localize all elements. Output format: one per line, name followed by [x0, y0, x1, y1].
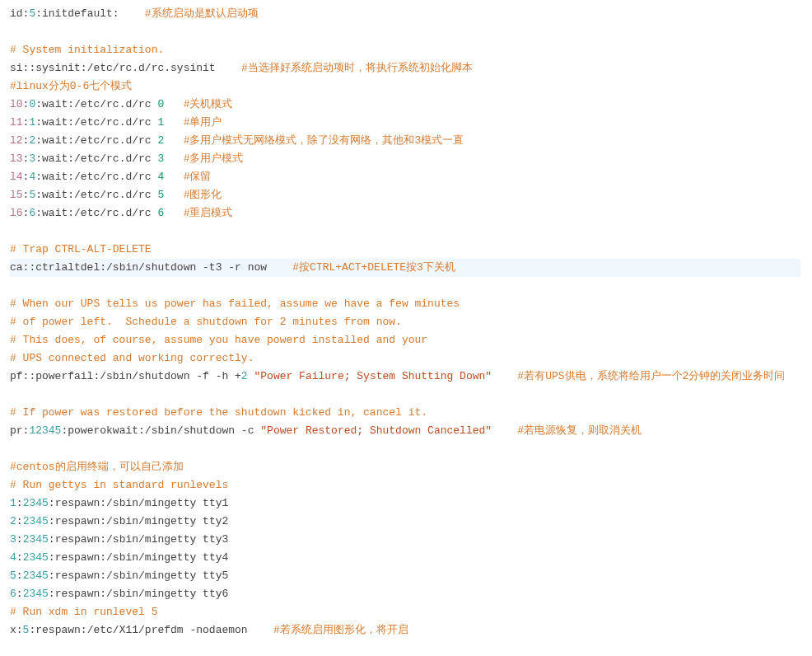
runlevel-num: 3 [157, 152, 164, 165]
code-line: # This does, of course, assume you have … [10, 331, 800, 349]
path: :wait:/etc/rc.d/rc [35, 116, 157, 129]
comment: # UPS connected and working correctly. [10, 352, 254, 364]
level-num: 3 [10, 533, 16, 546]
prefix: si::sysinit: [10, 62, 87, 74]
code-line: 4:2345:respawn:/sbin/mingetty tty4 [10, 549, 800, 567]
comment: #多用户模式 [184, 152, 244, 165]
prefix: id: [10, 7, 29, 20]
comment: # Run xdm in runlevel 5 [10, 606, 157, 618]
comment: # Run gettys in standard runlevels [10, 479, 228, 491]
level-num: 6 [10, 588, 16, 600]
comment: #保留 [184, 171, 212, 183]
runlevel-num: 4 [157, 171, 164, 183]
sep: : [16, 533, 23, 546]
path: :respawn:/sbin/mingetty tty2 [49, 515, 228, 527]
level-id: l1 [10, 116, 23, 129]
code-line: ca::ctrlaltdel:/sbin/shutdown -t3 -r now… [10, 259, 800, 277]
code-line: 2:2345:respawn:/sbin/mingetty tty2 [10, 513, 800, 531]
comment: #重启模式 [184, 207, 233, 219]
code-line: # Run gettys in standard runlevels [10, 476, 800, 494]
comment: # System initialization. [10, 44, 164, 56]
code-line: 3:2345:respawn:/sbin/mingetty tty3 [10, 531, 800, 549]
comment: #若电源恢复，则取消关机 [517, 424, 642, 437]
comment: #系统启动是默认启动项 [145, 7, 259, 20]
code-line [10, 386, 800, 404]
code-line: # When our UPS tells us power has failed… [10, 295, 800, 313]
level-id: l4 [10, 171, 23, 183]
comment: #若系统启用图形化，将开启 [273, 624, 408, 636]
code-line: # Trap CTRL-ALT-DELETE [10, 241, 800, 259]
sep: : [16, 497, 23, 509]
path: /sbin/shutdown -t3 -r now [106, 261, 267, 274]
code-line: l0:0:wait:/etc/rc.d/rc 0 #关机模式 [10, 96, 800, 114]
code-line [10, 23, 800, 41]
path: :respawn:/sbin/mingetty tty3 [49, 533, 228, 546]
path: :wait:/etc/rc.d/rc [35, 98, 157, 110]
code-line: # If power was restored before the shutd… [10, 404, 800, 422]
level-num: 2 [10, 515, 16, 527]
level-id: l3 [10, 152, 23, 165]
level-id: l0 [10, 98, 23, 110]
code-line: l1:1:wait:/etc/rc.d/rc 1 #单用户 [10, 114, 800, 132]
path: :respawn:/sbin/mingetty tty1 [49, 497, 228, 509]
comment: #linux分为0-6七个模式 [10, 80, 132, 92]
num: 2345 [23, 588, 49, 600]
num: 2345 [23, 497, 49, 509]
runlevel-num: 0 [157, 98, 164, 110]
code-line: 1:2345:respawn:/sbin/mingetty tty1 [10, 494, 800, 513]
prefix: x: [10, 624, 23, 636]
code-line: # System initialization. [10, 41, 800, 59]
runlevel-num: 5 [157, 189, 164, 201]
path: :wait:/etc/rc.d/rc [35, 207, 157, 219]
level-id: l6 [10, 207, 23, 219]
runlevel-num: 1 [157, 116, 164, 129]
num: 2345 [23, 515, 49, 527]
path: :wait:/etc/rc.d/rc [35, 171, 157, 183]
comment: #关机模式 [184, 98, 233, 110]
comment: #图形化 [184, 189, 222, 201]
num: 2345 [23, 533, 49, 546]
code-line: # UPS connected and working correctly. [10, 349, 800, 368]
code-line: l3:3:wait:/etc/rc.d/rc 3 #多用户模式 [10, 150, 800, 168]
sep: : [16, 515, 23, 527]
code-line: #linux分为0-6七个模式 [10, 77, 800, 96]
code-line: l4:4:wait:/etc/rc.d/rc 4 #保留 [10, 168, 800, 186]
code-line: # Run xdm in runlevel 5 [10, 603, 800, 621]
text: :initdefault: [35, 7, 119, 20]
comment: # If power was restored before the shutd… [10, 406, 427, 419]
path: /etc/rc.d/rc.sysinit [87, 62, 216, 74]
level-num: 4 [10, 551, 16, 564]
comment: #若有UPS供电，系统将给用户一个2分钟的关闭业务时间 [517, 370, 785, 382]
code-line [10, 223, 800, 241]
sep: : [16, 569, 23, 582]
path: :respawn:/sbin/mingetty tty6 [49, 588, 228, 600]
runlevel-num: 2 [157, 134, 164, 147]
num: 12345 [29, 424, 61, 437]
code-line: x:5:respawn:/etc/X11/prefdm -nodaemon #若… [10, 621, 800, 640]
num: 2 [241, 370, 248, 382]
level-num: 1 [10, 497, 16, 509]
path: :wait:/etc/rc.d/rc [35, 134, 157, 147]
code-line: #centos的启用终端，可以自己添加 [10, 458, 800, 476]
prefix: pr: [10, 424, 29, 437]
sep: : [16, 588, 23, 600]
comment: #centos的启用终端，可以自己添加 [10, 461, 184, 473]
code-line: pr:12345:powerokwait:/sbin/shutdown -c "… [10, 422, 800, 440]
path: /sbin/shutdown -c [145, 424, 260, 437]
level-id: l5 [10, 189, 23, 201]
code-line: 6:2345:respawn:/sbin/mingetty tty6 [10, 585, 800, 603]
code-line: l2:2:wait:/etc/rc.d/rc 2 #多用户模式无网络模式，除了没… [10, 132, 800, 150]
runlevel-num: 6 [157, 207, 164, 219]
comment: #多用户模式无网络模式，除了没有网络，其他和3模式一直 [184, 134, 464, 147]
code-line: # of power left. Schedule a shutdown for… [10, 313, 800, 331]
string: "Power Restored; Shutdown Cancelled" [260, 424, 492, 437]
path: :wait:/etc/rc.d/rc [35, 152, 157, 165]
comment: # When our UPS tells us power has failed… [10, 298, 460, 310]
comment: #当选择好系统启动项时，将执行系统初始化脚本 [241, 62, 473, 74]
sep: : [16, 551, 23, 564]
code-line [10, 440, 800, 458]
comment: # This does, of course, assume you have … [10, 334, 427, 346]
num: 2345 [23, 569, 49, 582]
path: :wait:/etc/rc.d/rc [35, 189, 157, 201]
text: :powerokwait: [61, 424, 144, 437]
